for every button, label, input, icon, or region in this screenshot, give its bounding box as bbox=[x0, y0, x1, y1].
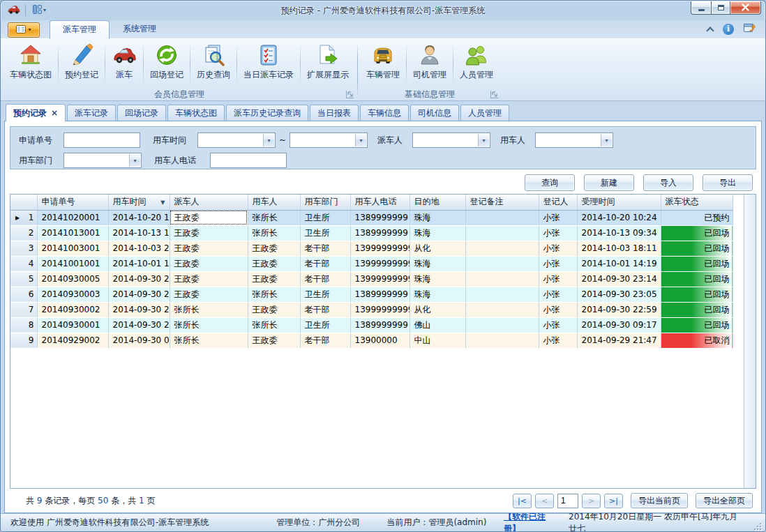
column-header-派车人[interactable]: 派车人 bbox=[170, 195, 248, 210]
cell-dept[interactable]: 老干部 bbox=[300, 271, 350, 287]
cell-status[interactable]: 已取消 bbox=[661, 333, 733, 348]
dept-combo[interactable]: ▾ bbox=[63, 153, 142, 168]
cell-phone[interactable]: 1389999999 bbox=[350, 210, 410, 225]
doc-tab-1[interactable]: 派车记录 bbox=[67, 105, 116, 121]
cell-phone[interactable]: 1389999999 bbox=[350, 225, 410, 241]
cell-phone[interactable]: 1389999999 bbox=[350, 287, 410, 302]
cell-row-indicator[interactable]: 3 bbox=[10, 241, 37, 256]
cell-status[interactable]: 已回场 bbox=[661, 241, 733, 256]
cell-dept[interactable]: 老干部 bbox=[300, 302, 350, 317]
cell-destination[interactable]: 珠海 bbox=[410, 271, 465, 287]
cell-phone[interactable]: 13999999999 bbox=[350, 256, 410, 271]
cell-accept_time[interactable]: 2014-10-20 10:24 bbox=[577, 210, 661, 225]
order-no-input[interactable] bbox=[63, 132, 140, 148]
export-current-page-button[interactable]: 导出当前页 bbox=[631, 493, 688, 508]
dispatcher-combo[interactable]: ▾ bbox=[412, 132, 490, 148]
cell-user[interactable]: 王政委 bbox=[248, 333, 300, 348]
cell-status[interactable]: 已回场 bbox=[661, 302, 733, 317]
last-page-button[interactable]: >| bbox=[604, 494, 623, 508]
cell-user[interactable]: 张所长 bbox=[248, 287, 300, 302]
cell-destination[interactable]: 从化 bbox=[410, 241, 465, 256]
cell-use_time[interactable]: 2014-10-03 20:00 bbox=[108, 241, 170, 256]
ribbon-tab-system[interactable]: 系统管理 bbox=[110, 20, 170, 38]
cell-remark[interactable] bbox=[465, 210, 539, 225]
vertical-scrollbar[interactable] bbox=[744, 195, 756, 488]
cell-destination[interactable]: 珠海 bbox=[410, 225, 465, 241]
chevron-down-icon[interactable]: ▾ bbox=[601, 134, 612, 146]
column-header-用车人[interactable]: 用车人 bbox=[248, 195, 300, 210]
user-combo[interactable]: ▾ bbox=[535, 132, 613, 148]
switch-window-icon[interactable] bbox=[744, 22, 756, 36]
cell-accept_time[interactable]: 2014-09-30 23:14 bbox=[577, 271, 661, 287]
cell-destination[interactable]: 珠海 bbox=[410, 210, 465, 225]
cell-remark[interactable] bbox=[465, 271, 539, 287]
cell-destination[interactable]: 中山 bbox=[410, 333, 465, 348]
license-link[interactable]: 【软件已注册】 bbox=[504, 511, 559, 532]
quick-access-layout-button[interactable]: ▾ bbox=[31, 4, 48, 17]
filter-arrow-icon[interactable]: ▼ bbox=[160, 199, 165, 206]
cell-registrar[interactable]: 小张 bbox=[539, 225, 577, 241]
cell-accept_time[interactable]: 2014-09-30 09:17 bbox=[577, 317, 661, 333]
cell-remark[interactable] bbox=[465, 256, 539, 271]
titlebar[interactable]: ▾ 预约记录 - 广州爱奇迪软件科技有限公司-派车管理系统 bbox=[1, 1, 765, 20]
new-button[interactable]: 新建 bbox=[584, 174, 634, 191]
chevron-down-icon[interactable]: ▾ bbox=[129, 154, 140, 167]
cell-row-indicator[interactable]: 4 bbox=[10, 256, 37, 271]
cell-dispatcher[interactable]: 张所长 bbox=[170, 302, 248, 317]
cell-status[interactable]: 已回场 bbox=[661, 225, 733, 241]
ribbon-button-pencil[interactable]: 预约登记 bbox=[59, 40, 105, 89]
cell-user[interactable]: 张所长 bbox=[248, 317, 300, 333]
column-header-indicator[interactable] bbox=[10, 195, 37, 210]
cell-use_time[interactable]: 2014-09-30 22:00 bbox=[108, 302, 170, 317]
cell-row-indicator[interactable]: 2 bbox=[10, 225, 37, 241]
cell-destination[interactable]: 珠海 bbox=[410, 256, 465, 271]
cell-user[interactable]: 王政委 bbox=[248, 241, 300, 256]
cell-user[interactable]: 张所长 bbox=[248, 210, 300, 225]
phone-input[interactable] bbox=[210, 153, 287, 168]
cell-accept_time[interactable]: 2014-10-03 18:11 bbox=[577, 241, 661, 256]
cell-accept_time[interactable]: 2014-09-30 22:59 bbox=[577, 302, 661, 317]
cell-phone[interactable]: 13999999999 bbox=[350, 302, 410, 317]
cell-accept_time[interactable]: 2014-09-29 21:47 bbox=[577, 333, 661, 348]
column-header-用车人电话[interactable]: 用车人电话 bbox=[350, 195, 410, 210]
cell-dept[interactable]: 卫生所 bbox=[300, 225, 350, 241]
cell-remark[interactable] bbox=[465, 287, 539, 302]
cell-phone[interactable]: 13999999999 bbox=[350, 271, 410, 287]
cell-registrar[interactable]: 小张 bbox=[539, 256, 577, 271]
ribbon-button-red-car[interactable]: 派车 bbox=[105, 40, 143, 89]
cell-use_time[interactable]: 2014-09-30 23:00 bbox=[108, 287, 170, 302]
doc-tab-4[interactable]: 派车历史记录查询 bbox=[226, 105, 308, 121]
ribbon-button-people[interactable]: 人员管理 bbox=[453, 40, 500, 89]
query-button[interactable]: 查询 bbox=[525, 174, 575, 191]
cell-destination[interactable]: 佛山 bbox=[410, 317, 465, 333]
ribbon-button-recycle[interactable]: 回场登记 bbox=[144, 40, 190, 89]
close-tab-icon[interactable]: × bbox=[51, 109, 58, 117]
info-icon[interactable]: i bbox=[723, 24, 734, 35]
cell-use_time[interactable]: 2014-09-30 23:30 bbox=[108, 271, 170, 287]
chevron-down-icon[interactable]: ▾ bbox=[478, 134, 489, 146]
column-header-目的地[interactable]: 目的地 bbox=[410, 195, 465, 210]
ribbon-button-checklist[interactable]: 当日派车记录 bbox=[237, 40, 300, 89]
column-header-登记人[interactable]: 登记人 bbox=[539, 195, 577, 210]
cell-user[interactable]: 王政委 bbox=[248, 256, 300, 271]
cell-row-indicator[interactable]: 6 bbox=[10, 287, 37, 302]
dialog-launcher-icon[interactable] bbox=[346, 91, 354, 98]
resize-grip[interactable] bbox=[753, 522, 761, 530]
cell-row-indicator[interactable]: 9 bbox=[10, 333, 37, 348]
cell-remark[interactable] bbox=[465, 225, 539, 241]
use-time-to-combo[interactable]: ▾ bbox=[290, 132, 368, 148]
cell-row-indicator[interactable]: ▶1 bbox=[10, 210, 37, 225]
cell-dept[interactable]: 卫生所 bbox=[300, 317, 350, 333]
cell-order_no[interactable]: 20141001001 bbox=[37, 256, 108, 271]
cell-user[interactable]: 王政委 bbox=[248, 302, 300, 317]
cell-accept_time[interactable]: 2014-09-30 23:05 bbox=[577, 287, 661, 302]
cell-use_time[interactable]: 2014-10-13 15:00 bbox=[108, 225, 170, 241]
column-header-派车状态[interactable]: 派车状态 bbox=[661, 195, 733, 210]
ribbon-button-driver[interactable]: 司机管理 bbox=[407, 40, 453, 89]
maximize-button[interactable] bbox=[711, 1, 730, 15]
cell-dept[interactable]: 老干部 bbox=[300, 241, 350, 256]
doc-tab-3[interactable]: 车辆状态图 bbox=[167, 105, 225, 121]
chevron-down-icon[interactable]: ▾ bbox=[355, 134, 366, 146]
cell-accept_time[interactable]: 2014-10-01 14:19 bbox=[577, 256, 661, 271]
ribbon-button-house[interactable]: 车辆状态图 bbox=[3, 40, 58, 89]
